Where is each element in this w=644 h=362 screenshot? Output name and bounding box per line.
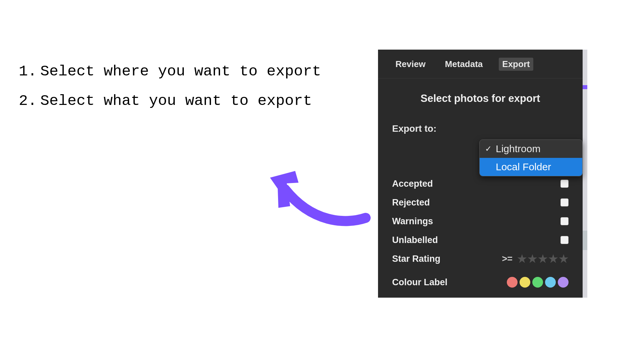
filter-label: Star Rating: [392, 254, 440, 264]
colour-swatch-blue[interactable]: [545, 277, 556, 288]
export-panel: Review Metadata Export Select photos for…: [378, 50, 583, 298]
colour-swatch-green[interactable]: [532, 277, 543, 288]
dropdown-option-label: Local Folder: [496, 161, 551, 173]
dropdown-option-lightroom[interactable]: ✓ Lightroom: [480, 140, 582, 158]
colour-swatch-yellow[interactable]: [520, 277, 530, 288]
star-rating-stars[interactable]: ★ ★ ★ ★ ★: [517, 253, 569, 264]
star-rating-control[interactable]: >= ★ ★ ★ ★ ★: [502, 253, 569, 264]
tab-metadata[interactable]: Metadata: [442, 58, 486, 71]
filter-row-unlabelled: Unlabelled: [392, 231, 569, 249]
filter-label: Rejected: [392, 197, 430, 208]
gutter-accent: [583, 85, 587, 89]
filter-label: Accepted: [392, 179, 433, 189]
star-icon[interactable]: ★: [528, 253, 537, 264]
export-to-label: Export to:: [392, 123, 436, 134]
instruction-number: 2.: [17, 86, 40, 116]
gutter-accent: [583, 231, 587, 250]
accepted-checkbox[interactable]: [560, 180, 569, 188]
annotation-arrow-icon: [265, 163, 372, 236]
checkmark-icon: ✓: [484, 144, 492, 154]
instruction-item: 1. Select where you want to export: [17, 57, 321, 86]
filter-row-accepted: Accepted: [392, 174, 569, 193]
filter-row-star-rating: Star Rating >= ★ ★ ★ ★ ★: [392, 249, 569, 268]
export-to-dropdown[interactable]: ✓ Lightroom ✓ Local Folder: [479, 139, 583, 176]
colour-swatch-purple[interactable]: [558, 277, 569, 288]
filter-label: Colour Label: [392, 277, 447, 288]
warnings-checkbox[interactable]: [560, 217, 569, 225]
colour-swatch-red[interactable]: [507, 277, 518, 288]
instruction-text: Select what you want to export: [40, 86, 312, 116]
dropdown-option-label: Lightroom: [496, 143, 540, 155]
filter-label: Warnings: [392, 216, 433, 227]
filter-row-rejected: Rejected: [392, 193, 569, 212]
star-icon[interactable]: ★: [538, 253, 548, 264]
tab-review[interactable]: Review: [392, 58, 429, 71]
star-icon[interactable]: ★: [517, 253, 527, 264]
filter-row-warnings: Warnings: [392, 212, 569, 231]
instruction-text: Select where you want to export: [40, 57, 321, 86]
instruction-item: 2. Select what you want to export: [17, 86, 321, 116]
panel-tabs: Review Metadata Export: [378, 50, 583, 78]
colour-label-swatches: [507, 277, 569, 288]
filter-label: Unlabelled: [392, 235, 438, 245]
panel-title: Select photos for export: [378, 78, 583, 108]
star-icon[interactable]: ★: [548, 253, 558, 264]
unlabelled-checkbox[interactable]: [560, 236, 569, 244]
filter-row-colour-label: Colour Label: [392, 273, 569, 292]
star-rating-operator: >=: [502, 254, 513, 264]
panel-right-gutter: [583, 50, 587, 298]
rejected-checkbox[interactable]: [560, 198, 569, 206]
instruction-number: 1.: [17, 57, 40, 86]
star-icon[interactable]: ★: [559, 253, 569, 264]
export-to-row: Export to:: [378, 108, 583, 134]
tab-export[interactable]: Export: [499, 58, 533, 71]
dropdown-option-local-folder[interactable]: ✓ Local Folder: [480, 158, 582, 176]
instructions-list: 1. Select where you want to export 2. Se…: [17, 57, 321, 116]
